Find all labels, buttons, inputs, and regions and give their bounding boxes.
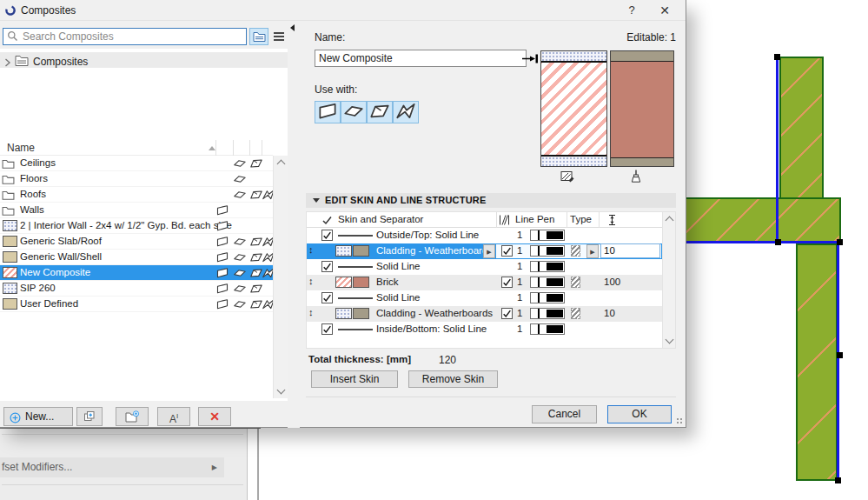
- pen-visibility-checkbox[interactable]: [501, 277, 513, 288]
- type-column-header[interactable]: Type: [570, 214, 592, 224]
- separator-row[interactable]: Solid Line1: [307, 259, 662, 275]
- cut-fill-icon[interactable]: [560, 170, 575, 186]
- dialog-titlebar[interactable]: Composites ? ✕: [0, 0, 686, 21]
- line-pen-value[interactable]: 1: [517, 245, 522, 256]
- skin-row[interactable]: ↕Cladding - Weatherboards110: [307, 306, 662, 322]
- separator-row[interactable]: Solid Line1: [307, 290, 662, 306]
- wall-horizontal[interactable]: [679, 197, 841, 243]
- list-item-folder[interactable]: Roofs: [0, 187, 273, 203]
- selection-node[interactable]: [837, 239, 843, 245]
- scroll-down-icon[interactable]: [666, 336, 674, 344]
- thickness-value[interactable]: 10: [604, 308, 615, 318]
- line-visibility-checkbox[interactable]: [321, 323, 333, 335]
- pen-color-sample[interactable]: [530, 277, 565, 288]
- search-input[interactable]: [3, 28, 247, 45]
- separator-row[interactable]: Outside/Top: Solid Line1: [307, 228, 662, 243]
- ok-button[interactable]: OK: [607, 405, 672, 423]
- list-item-composite[interactable]: SIP 260: [0, 281, 273, 297]
- cancel-button[interactable]: Cancel: [532, 405, 597, 423]
- panel-splitter[interactable]: [288, 21, 300, 428]
- list-scrollbar[interactable]: [273, 156, 288, 398]
- pen-visibility-checkbox[interactable]: [501, 308, 513, 319]
- new-button[interactable]: New...: [3, 407, 73, 426]
- drag-handle[interactable]: ↕: [308, 276, 314, 286]
- name-column-header[interactable]: Name: [7, 142, 35, 154]
- thickness-value[interactable]: 100: [604, 277, 620, 287]
- pen-color-sample[interactable]: [530, 245, 565, 257]
- separator-row[interactable]: Inside/Bottom: Solid Line1: [307, 322, 662, 337]
- list-item-composite[interactable]: Generic Wall/Shell: [0, 250, 273, 265]
- drag-handle[interactable]: ↕: [308, 244, 314, 255]
- pen-color-sample[interactable]: [530, 230, 565, 241]
- selection-node[interactable]: [835, 477, 841, 483]
- skin-flyout-button[interactable]: ▶: [483, 244, 495, 258]
- thickness-input[interactable]: 10: [600, 243, 660, 258]
- line-pen-value[interactable]: 1: [517, 261, 522, 271]
- skin-type-icon[interactable]: [571, 245, 580, 257]
- list-item-folder[interactable]: Floors: [0, 171, 273, 187]
- delete-button[interactable]: ✕: [198, 407, 231, 426]
- line-pen-value[interactable]: 1: [517, 277, 522, 287]
- surface-brush-icon[interactable]: [630, 170, 642, 187]
- skin-type-icon[interactable]: [571, 308, 580, 319]
- line-pen-value[interactable]: 1: [517, 292, 522, 303]
- pen-color-sample[interactable]: [530, 323, 565, 335]
- line-pen-value[interactable]: 1: [517, 230, 522, 240]
- line-pen-column-header[interactable]: Line Pen: [515, 214, 554, 224]
- tree-view-button[interactable]: [249, 28, 268, 45]
- wall-vertical-top[interactable]: [779, 57, 824, 199]
- edit-skin-section-header[interactable]: EDIT SKIN AND LINE STRUCTURE: [306, 193, 676, 208]
- line-visibility-checkbox[interactable]: [321, 292, 333, 303]
- list-item-folder[interactable]: Walls: [0, 203, 273, 218]
- line-pen-value[interactable]: 1: [517, 308, 522, 318]
- list-item-composite[interactable]: New Composite: [0, 265, 273, 281]
- list-view-button[interactable]: [269, 28, 288, 45]
- wall-vertical-bottom[interactable]: [796, 243, 838, 481]
- skin-type-icon[interactable]: [571, 277, 580, 288]
- selection-node[interactable]: [774, 54, 780, 60]
- selection-node[interactable]: [837, 352, 843, 358]
- composite-name-input[interactable]: [315, 50, 527, 67]
- list-header-row[interactable]: Name: [0, 140, 273, 156]
- selection-node[interactable]: [775, 239, 781, 245]
- table-scrollbar[interactable]: [662, 212, 675, 348]
- line-visibility-checkbox[interactable]: [321, 261, 333, 272]
- scroll-up-icon[interactable]: [666, 217, 674, 225]
- skin-column-header[interactable]: Skin and Separator: [338, 214, 423, 224]
- pen-color-sample[interactable]: [530, 292, 565, 303]
- rename-button[interactable]: AI: [157, 407, 190, 426]
- expander-chevron-icon[interactable]: [4, 56, 11, 71]
- help-button[interactable]: ?: [619, 3, 645, 18]
- tree-root-row[interactable]: Composites: [0, 52, 288, 68]
- remove-skin-button[interactable]: Remove Skin: [408, 370, 498, 388]
- skin-label: Cladding - Weatherboards: [376, 308, 493, 318]
- skin-row[interactable]: ↕Brick1100: [307, 275, 662, 290]
- pen-color-sample[interactable]: [530, 261, 565, 272]
- duplicate-button[interactable]: [76, 407, 103, 426]
- new-folder-button[interactable]: [116, 407, 149, 426]
- use-with-wall-button[interactable]: [315, 101, 341, 123]
- scroll-down-icon[interactable]: [277, 386, 286, 395]
- pen-color-sample[interactable]: [530, 308, 565, 319]
- type-flyout-button[interactable]: ▶: [586, 244, 599, 258]
- line-visibility-checkbox[interactable]: [321, 230, 333, 241]
- list-item-composite[interactable]: 2 | Interior Wall - 2x4 w/ 1/2" Gyp. Bd.…: [0, 218, 273, 234]
- close-button[interactable]: ✕: [652, 3, 678, 18]
- scroll-up-icon[interactable]: [277, 160, 286, 169]
- drag-handle[interactable]: ↕: [308, 307, 314, 317]
- thickness-column-header-icon[interactable]: [606, 214, 618, 229]
- resize-grip[interactable]: [676, 417, 684, 425]
- list-item-folder[interactable]: Ceilings: [0, 156, 273, 171]
- use-with-slab-button[interactable]: [341, 101, 367, 123]
- skin-row[interactable]: ↕Cladding - Weatherboards▶1▶10: [307, 243, 662, 259]
- list-item-composite[interactable]: Generic Slab/Roof: [0, 234, 273, 250]
- insert-skin-button[interactable]: Insert Skin: [311, 370, 398, 388]
- pen-visibility-checkbox[interactable]: [501, 245, 513, 257]
- slab-icon: [234, 283, 246, 297]
- line-pen-value[interactable]: 1: [517, 323, 522, 334]
- list-item-composite[interactable]: User Defined: [0, 297, 273, 312]
- offset-modifiers-button[interactable]: fset Modifiers... ▶: [0, 457, 224, 477]
- use-with-roof-button[interactable]: [367, 101, 393, 123]
- use-with-shell-button[interactable]: [393, 101, 419, 123]
- collapse-left-icon[interactable]: [290, 24, 295, 31]
